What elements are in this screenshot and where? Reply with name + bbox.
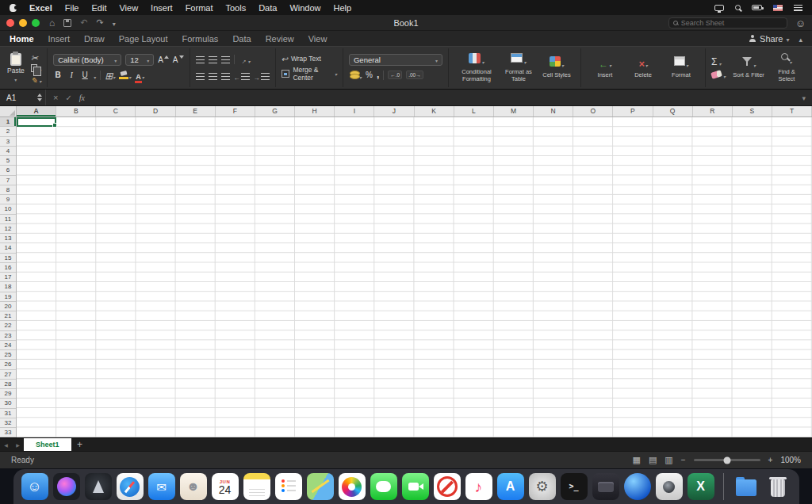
borders-button[interactable] [105,68,115,82]
tab-draw[interactable]: Draw [84,34,105,44]
network-utility-icon[interactable] [624,473,651,500]
column-header-l[interactable]: L [454,106,494,116]
insert-cells-button[interactable]: Insert [587,55,623,80]
cells-area[interactable] [17,117,812,437]
accounting-format-button[interactable] [349,68,362,82]
row-header-8[interactable]: 8 [0,185,16,195]
confirm-entry-button[interactable] [65,94,71,102]
zoom-in-button[interactable] [768,456,773,464]
column-header-o[interactable]: O [573,106,613,116]
copy-button[interactable] [31,63,41,72]
image-capture-icon[interactable] [656,473,683,500]
music-icon[interactable]: ♪ [465,473,492,500]
column-header-e[interactable]: E [176,106,216,116]
downloads-folder-icon[interactable] [733,473,760,500]
align-left-button[interactable] [196,73,205,80]
safari-icon[interactable] [117,473,144,500]
next-sheet-button[interactable] [12,438,24,451]
expand-formula-bar-button[interactable] [795,94,812,102]
bold-button[interactable]: B [53,71,63,79]
menu-item-help[interactable]: Help [334,3,352,13]
column-header-j[interactable]: J [374,106,414,116]
row-header-7[interactable]: 7 [0,176,16,185]
row-header-18[interactable]: 18 [0,282,16,292]
increase-font-size-button[interactable]: A [158,55,169,64]
terminal-icon[interactable]: >_ [561,473,588,500]
align-center-button[interactable] [209,73,217,80]
sort-filter-button[interactable]: Sort & Filter [730,55,767,80]
font-name-select[interactable]: Calibri (Body) [53,54,121,66]
column-header-d[interactable]: D [136,106,175,116]
search-input[interactable] [681,19,783,27]
maps-icon[interactable] [307,473,334,500]
align-bottom-button[interactable] [221,56,230,63]
row-header-29[interactable]: 29 [0,389,16,399]
previous-sheet-button[interactable] [0,438,12,451]
row-header-5[interactable]: 5 [0,156,16,166]
search-field[interactable] [668,17,787,29]
menu-item-view[interactable]: View [119,3,138,13]
row-header-4[interactable]: 4 [0,147,16,156]
collapse-ribbon-icon[interactable] [799,34,802,44]
delete-cells-button[interactable]: Delete [625,55,661,80]
spotlight-search-icon[interactable] [735,5,741,10]
column-header-i[interactable]: I [335,106,374,116]
paste-button[interactable]: Paste [7,53,25,83]
page-layout-view-button[interactable] [649,455,657,465]
close-window-button[interactable] [6,19,14,27]
excel-icon[interactable]: X [688,473,714,500]
zoom-slider[interactable] [694,459,760,461]
selected-cell-a1[interactable] [17,117,56,127]
tab-view[interactable]: View [308,34,327,44]
menu-item-file[interactable]: File [65,3,79,13]
align-middle-button[interactable] [209,56,217,63]
merge-center-button[interactable]: Merge & Center [282,66,337,82]
name-box[interactable]: A1 [0,90,46,105]
format-as-table-button[interactable]: Format as Table [500,52,537,83]
row-header-10[interactable]: 10 [0,204,16,214]
system-preferences-icon[interactable]: ⚙ [529,473,556,500]
row-header-20[interactable]: 20 [0,302,16,311]
row-header-23[interactable]: 23 [0,331,16,341]
fill-color-button[interactable] [119,68,131,82]
insert-function-button[interactable]: fx [79,94,85,102]
page-break-view-button[interactable] [665,455,672,465]
row-header-24[interactable]: 24 [0,341,16,350]
apple-menu-icon[interactable] [10,3,17,12]
column-header-p[interactable]: P [613,106,653,116]
select-all-button[interactable] [0,106,17,116]
add-sheet-button[interactable]: + [71,438,89,451]
find-select-button[interactable]: Find & Select [768,52,805,83]
minimize-window-button[interactable] [19,19,27,27]
row-header-26[interactable]: 26 [0,360,16,369]
menu-item-window[interactable]: Window [289,3,320,13]
row-header-32[interactable]: 32 [0,418,16,428]
menu-item-insert[interactable]: Insert [151,3,173,13]
format-cells-button[interactable]: Format [663,55,699,80]
row-header-13[interactable]: 13 [0,234,16,243]
decrease-decimal-button[interactable]: ←.0 [388,71,402,79]
share-button[interactable]: Share [749,34,789,44]
reminders-icon[interactable] [275,473,302,500]
row-header-6[interactable]: 6 [0,166,16,175]
row-header-21[interactable]: 21 [0,311,16,321]
feedback-smiley-icon[interactable] [795,16,806,30]
row-header-9[interactable]: 9 [0,195,16,204]
increase-indent-button[interactable] [254,69,270,83]
row-header-30[interactable]: 30 [0,399,16,408]
font-color-button[interactable]: A [135,68,144,82]
row-header-28[interactable]: 28 [0,380,16,389]
menu-item-format[interactable]: Format [186,3,213,13]
code-editor-icon[interactable] [592,473,619,500]
decrease-indent-button[interactable] [234,69,250,83]
battery-icon[interactable] [752,5,762,10]
fullscreen-window-button[interactable] [32,19,40,27]
normal-view-button[interactable] [633,455,641,465]
name-box-spinner[interactable] [37,94,42,101]
tab-formulas[interactable]: Formulas [182,34,219,44]
row-header-19[interactable]: 19 [0,292,16,302]
row-header-12[interactable]: 12 [0,224,16,234]
column-header-h[interactable]: H [295,106,335,116]
row-header-22[interactable]: 22 [0,321,16,330]
menu-list-icon[interactable] [794,5,802,11]
